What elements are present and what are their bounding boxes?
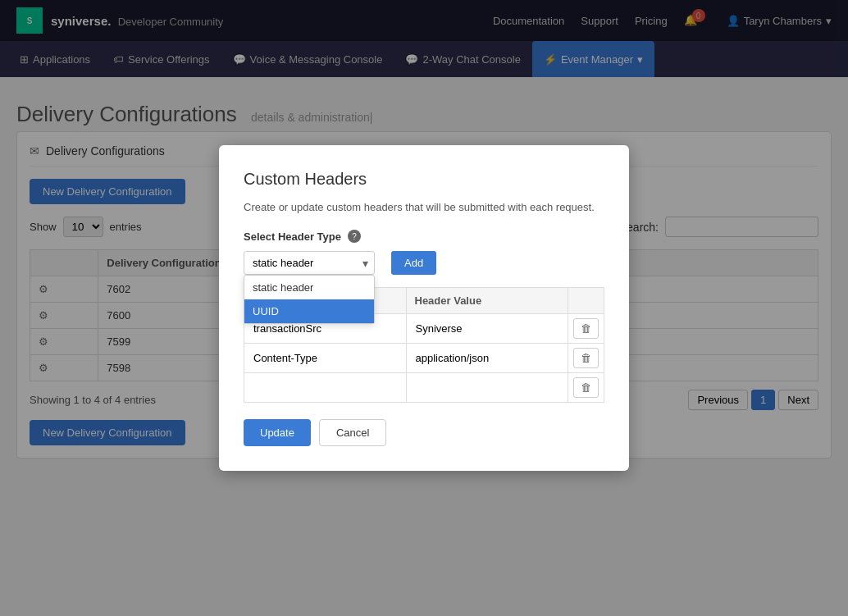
header-name-cell[interactable] <box>244 373 407 403</box>
header-value-cell[interactable] <box>406 314 568 344</box>
modal-overlay: Custom Headers Create or update custom h… <box>0 0 848 475</box>
modal-footer: Update Cancel <box>244 419 604 446</box>
header-name-cell[interactable] <box>244 344 407 373</box>
header-value-input[interactable] <box>411 349 564 367</box>
headers-table-row: 🗑 <box>244 344 604 373</box>
col-header-value: Header Value <box>406 288 568 314</box>
col-delete <box>568 288 604 314</box>
header-type-dropdown-wrapper: static header UUID ▾ static header UUID <box>244 251 375 275</box>
delete-cell: 🗑 <box>568 314 604 344</box>
header-name-input[interactable] <box>248 378 402 397</box>
select-header-type-label-row: Select Header Type ? <box>244 230 436 243</box>
delete-row-button[interactable]: 🗑 <box>573 318 599 339</box>
header-type-select[interactable]: static header UUID <box>244 251 375 275</box>
delete-row-button[interactable]: 🗑 <box>573 348 599 368</box>
update-button[interactable]: Update <box>244 419 311 446</box>
option-uuid[interactable]: UUID <box>244 299 374 323</box>
header-value-cell[interactable] <box>406 373 568 403</box>
modal-title: Custom Headers <box>244 170 604 189</box>
select-type-label: Select Header Type <box>244 230 341 243</box>
delete-cell: 🗑 <box>568 373 604 403</box>
header-name-input[interactable] <box>248 349 402 367</box>
delete-row-button[interactable]: 🗑 <box>573 377 599 398</box>
select-type-group: Select Header Type ? static header UUID … <box>244 230 436 275</box>
headers-table-row: 🗑 <box>244 373 604 403</box>
option-static-header[interactable]: static header <box>244 276 374 299</box>
header-value-input[interactable] <box>411 319 564 338</box>
add-button[interactable]: Add <box>391 251 436 275</box>
header-value-input[interactable] <box>411 378 564 397</box>
header-value-cell[interactable] <box>406 344 568 373</box>
custom-headers-modal: Custom Headers Create or update custom h… <box>219 145 629 471</box>
dropdown-open-list: static header UUID <box>244 275 375 324</box>
select-type-row: Select Header Type ? static header UUID … <box>244 230 604 275</box>
help-icon[interactable]: ? <box>348 230 361 243</box>
cancel-button[interactable]: Cancel <box>319 419 386 446</box>
modal-description: Create or update custom headers that wil… <box>244 201 604 213</box>
delete-cell: 🗑 <box>568 344 604 373</box>
